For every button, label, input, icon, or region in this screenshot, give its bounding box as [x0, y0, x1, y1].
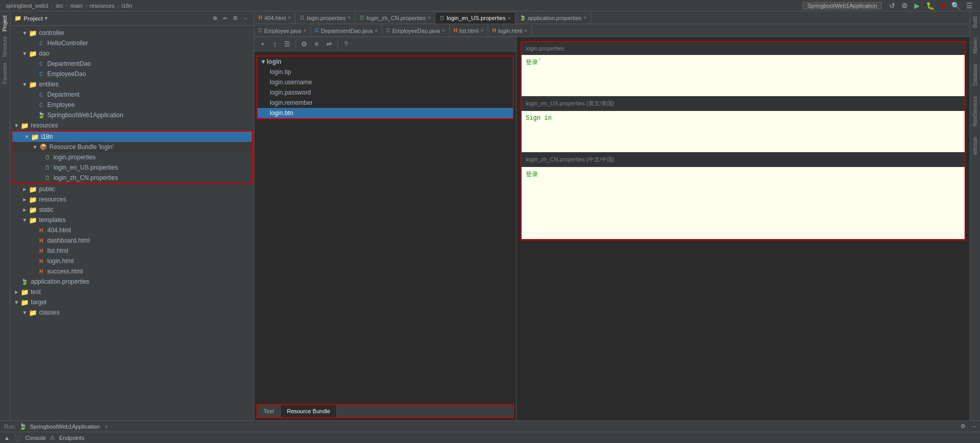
tab-departmentdao-java[interactable]: C DepartmentDao.java ×	[311, 25, 382, 36]
close-tab-login-en[interactable]: ×	[508, 15, 511, 21]
help-button[interactable]: ?	[341, 39, 351, 49]
tree-item-dashboardhtml[interactable]: H dashboard.html	[10, 235, 254, 246]
key-item-login-remember[interactable]: login.remember	[257, 98, 513, 108]
close-run-icon[interactable]: ×	[105, 423, 108, 430]
add-key-button[interactable]: +	[257, 39, 268, 49]
tab-employeedao-java[interactable]: C EmployeeDao.java ×	[382, 25, 449, 36]
debug-icon[interactable]: 🐛	[926, 2, 935, 10]
sidebar-lettcode[interactable]: lettcode	[972, 137, 978, 155]
collapse-icon[interactable]: ⇐	[221, 14, 229, 23]
tab-login-en[interactable]: 🗒 login_en_US.properties ×	[435, 12, 515, 24]
stop-icon[interactable]: ■	[941, 2, 945, 10]
sidebar-tab-favorites[interactable]: Favorites	[1, 61, 9, 86]
toggle-dao[interactable]	[21, 50, 29, 57]
tree-item-hellocontroller[interactable]: C HelloController	[10, 38, 254, 48]
tab-login-zh[interactable]: 🗒 login_zh_CN.properties ×	[355, 12, 435, 24]
toggle-templates[interactable]	[21, 216, 29, 224]
tree-item-employee[interactable]: C Employee	[10, 100, 254, 110]
sort-button[interactable]: ↕	[270, 39, 280, 49]
tree-item-departmentdao[interactable]: C DepartmentDao	[10, 59, 254, 69]
tab-404html[interactable]: H 404.html ×	[254, 12, 295, 24]
tree-item-resource-bundle[interactable]: 📦 Resource Bundle 'login'	[12, 142, 252, 152]
toggle-login-root[interactable]	[262, 58, 265, 65]
toggle-bundle[interactable]	[31, 143, 39, 151]
toggle-i18n[interactable]	[23, 133, 31, 140]
tree-item-classes[interactable]: 📁 classes	[10, 307, 254, 318]
tab-appprops[interactable]: 🍃 application.properties ×	[515, 12, 591, 24]
run-minimize-icon[interactable]: −	[973, 423, 976, 430]
refresh-icon[interactable]: ↺	[889, 2, 895, 10]
build-icon[interactable]: ⚙	[901, 2, 908, 10]
tree-item-public[interactable]: 📁 public	[10, 184, 254, 194]
tree-item-i18n[interactable]: 📁 i18n	[12, 132, 252, 142]
toggle-target[interactable]	[12, 299, 21, 306]
sidebar-tab-structure[interactable]: Structure	[1, 34, 9, 60]
tree-item-department[interactable]: C Department	[10, 89, 254, 100]
tab-list-html[interactable]: H list.html ×	[450, 25, 488, 36]
tree-item-employeedao[interactable]: C EmployeeDao	[10, 69, 254, 79]
tree-item-loginhtml[interactable]: H login.html	[10, 256, 254, 266]
toggle-resources[interactable]	[12, 122, 21, 129]
minimize-icon[interactable]: −	[242, 14, 250, 23]
prop-value-login-zh[interactable]: 登录	[522, 167, 965, 208]
key-item-login-password[interactable]: login.password	[257, 87, 513, 98]
tab-login-html[interactable]: H login.html ×	[488, 25, 532, 36]
close-tab-appprops[interactable]: ×	[584, 15, 587, 21]
tree-item-static[interactable]: 📁 static	[10, 205, 254, 215]
tree-item-entities[interactable]: 📁 entities	[10, 79, 254, 89]
tree-item-resources2[interactable]: 📁 resources	[10, 194, 254, 205]
run-icon[interactable]: ▶	[914, 2, 920, 10]
toggle-public[interactable]	[21, 186, 29, 193]
scope-icon[interactable]: ⊕	[211, 14, 219, 23]
tree-item-test[interactable]: 📁 test	[10, 287, 254, 297]
console-label[interactable]: Console	[25, 435, 46, 441]
key-item-login-btn[interactable]: login.btn	[257, 108, 513, 118]
sidebar-build[interactable]: Build	[972, 16, 978, 28]
tree-item-login-zh[interactable]: 🗒 login_zh_CN.properties	[12, 173, 252, 183]
close-tab-login-props[interactable]: ×	[348, 15, 351, 21]
tree-item-404html[interactable]: H 404.html	[10, 225, 254, 235]
prop-value-login-en[interactable]: Sign in	[522, 111, 965, 152]
swap-button[interactable]: ⇌	[324, 39, 334, 49]
tab-employee-java[interactable]: C Employee.java ×	[254, 25, 311, 36]
sidebar-maven[interactable]: Maven	[972, 38, 978, 53]
toggle-test[interactable]	[12, 288, 21, 296]
tree-item-login-props[interactable]: 🗒 login.properties	[12, 152, 252, 162]
close-tab-list-html[interactable]: ×	[480, 28, 484, 33]
tree-item-appprops[interactable]: 🍃 application.properties	[10, 276, 254, 287]
key-item-login-root[interactable]: login	[257, 57, 513, 67]
gear-icon[interactable]: ⚙	[231, 14, 239, 23]
run-settings-icon[interactable]: ⚙	[960, 423, 966, 430]
prop-value-login-default[interactable]: 登录`	[522, 55, 965, 96]
console-expand-icon[interactable]: ▲	[4, 435, 10, 441]
tree-item-controller[interactable]: 📁 controller	[10, 28, 254, 38]
tree-item-templates[interactable]: 📁 templates	[10, 215, 254, 225]
toggle-entities[interactable]	[21, 81, 29, 88]
tab-login-props[interactable]: 🗒 login.properties ×	[295, 12, 355, 24]
close-tab-404html[interactable]: ×	[288, 15, 291, 21]
toggle-resources2[interactable]	[21, 196, 29, 203]
search-icon[interactable]: 🔍	[951, 2, 960, 10]
layout-button[interactable]: ☰	[282, 39, 292, 49]
sidebar-database[interactable]: Database	[972, 64, 978, 86]
key-item-login-username[interactable]: login.username	[257, 77, 513, 87]
sidebar-tab-project[interactable]: Project	[1, 13, 9, 33]
tree-item-listhtml[interactable]: H list.html	[10, 246, 254, 256]
tree-item-login-en[interactable]: 🗒 login_en_US.properties	[12, 162, 252, 173]
close-tab-login-zh[interactable]: ×	[428, 15, 431, 21]
dropdown-arrow[interactable]: ▾	[45, 15, 47, 21]
toggle-controller[interactable]	[21, 29, 29, 36]
close-tab-employeedao-java[interactable]: ×	[442, 28, 445, 33]
filter-button[interactable]: ≡	[311, 39, 322, 49]
settings-icon[interactable]: ☰	[966, 2, 973, 10]
tree-item-dao[interactable]: 📁 dao	[10, 48, 254, 59]
tab-text[interactable]: Text	[257, 405, 281, 417]
tree-item-springbootapp[interactable]: 🍃 SpringbootWeb1Application	[10, 110, 254, 120]
settings-button[interactable]: ⚙	[299, 39, 309, 49]
tree-item-resources[interactable]: 📁 resources	[10, 120, 254, 131]
tree-item-successhtml[interactable]: H success.html	[10, 266, 254, 276]
endpoints-label[interactable]: Endpoints	[59, 435, 84, 441]
toggle-classes[interactable]	[21, 309, 29, 316]
close-tab-departmentdao-java[interactable]: ×	[375, 28, 378, 33]
tab-resource-bundle[interactable]: Resource Bundle	[281, 405, 337, 417]
